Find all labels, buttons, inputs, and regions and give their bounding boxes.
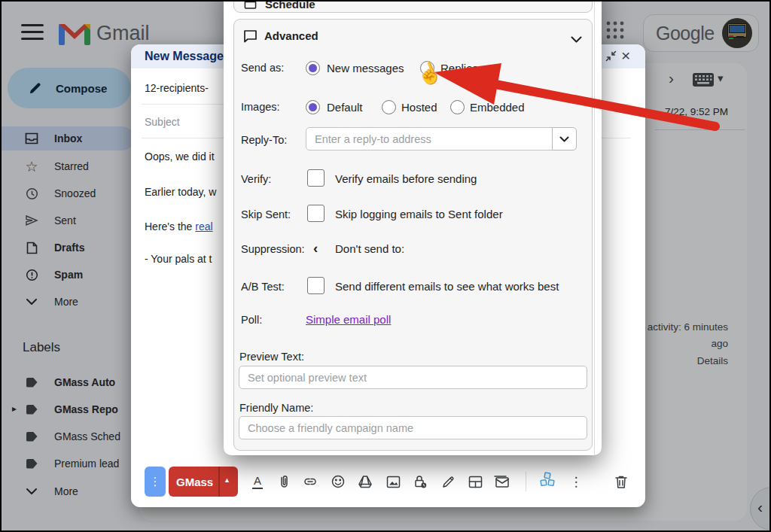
gmass-button-divider — [218, 467, 220, 497]
verify-text: Verify emails before sending — [335, 172, 477, 185]
send-as-label: Send as: — [241, 62, 284, 74]
images-hosted-radio[interactable] — [382, 100, 396, 114]
advanced-section-card: Advanced Send as: New messages Replies I… — [233, 19, 593, 451]
reply-to-input[interactable] — [306, 127, 553, 150]
formatting-options-icon[interactable]: A — [248, 472, 267, 491]
images-default-option-label[interactable]: Default — [327, 101, 363, 114]
friendly-name-input[interactable] — [239, 416, 587, 439]
body-line[interactable]: - Your pals at t — [145, 253, 212, 265]
layouts-icon[interactable] — [465, 472, 485, 491]
minimize-icon[interactable] — [605, 50, 617, 65]
close-icon[interactable]: × — [621, 47, 630, 65]
reply-to-label: Reply-To: — [241, 134, 287, 146]
gmass-send-button[interactable]: GMass ▲ — [169, 467, 238, 497]
send-as-replies-option-label[interactable]: Replies — [440, 62, 478, 74]
images-label: Images: — [241, 101, 280, 113]
advanced-title: Advanced — [264, 29, 318, 42]
drive-icon[interactable] — [355, 472, 375, 491]
images-default-radio[interactable] — [306, 100, 320, 114]
verify-label: Verify: — [241, 173, 271, 185]
images-embedded-option-label[interactable]: Embedded — [470, 101, 525, 114]
images-embedded-radio[interactable] — [450, 100, 465, 114]
compose-title: New Message — [145, 50, 224, 63]
subject-field[interactable]: Subject — [145, 116, 180, 128]
ab-test-label: A/B Test: — [241, 281, 285, 293]
reply-to-dropdown-button[interactable] — [552, 127, 577, 150]
advanced-collapse-chevron-icon[interactable] — [571, 32, 582, 46]
gmass-button-label: GMass — [176, 476, 213, 488]
attach-file-icon[interactable] — [274, 472, 294, 491]
toolbar-divider — [526, 472, 526, 491]
gmass-more-button[interactable]: ⋮ — [145, 467, 166, 497]
send-as-new-messages-option-label[interactable]: New messages — [327, 62, 404, 74]
schedule-title: Schedule — [265, 0, 315, 11]
friendly-name-label: Friendly Name: — [239, 402, 313, 414]
body-link[interactable]: real — [195, 220, 212, 233]
schedule-icon — [244, 0, 257, 13]
more-options-icon[interactable]: ⋮ — [566, 472, 586, 491]
extension-cubes-icon[interactable] — [538, 470, 557, 490]
images-hosted-option-label[interactable]: Hosted — [401, 101, 437, 114]
schedule-section-card[interactable]: Schedule — [233, 0, 593, 13]
vertical-dots-icon: ⋮ — [150, 475, 161, 488]
recipients-field[interactable]: 12-recipients- — [145, 82, 209, 94]
advanced-chat-icon — [243, 29, 258, 46]
insert-link-icon[interactable] — [300, 472, 320, 491]
suppression-text: Don't send to: — [335, 242, 404, 255]
preview-text-input[interactable] — [239, 366, 587, 389]
suppression-label: Suppression: — [241, 243, 305, 255]
gmass-dropdown-caret-icon[interactable]: ▲ — [224, 476, 230, 484]
body-text: Here's the — [145, 220, 195, 233]
skip-sent-checkbox[interactable] — [307, 205, 325, 222]
ab-test-text: Send different emails to see what works … — [335, 280, 559, 293]
ab-test-checkbox[interactable] — [307, 277, 325, 294]
format-letter: A — [254, 475, 261, 486]
screen: Gmail Google › — [0, 0, 771, 532]
body-line[interactable]: Here's the real — [145, 220, 213, 233]
multi-send-icon[interactable] — [492, 472, 511, 491]
preview-text-label: Preview Text: — [239, 351, 304, 363]
skip-sent-label: Skip Sent: — [241, 208, 291, 220]
suppression-expand-chevron-icon[interactable]: ‹ — [313, 240, 318, 257]
poll-label: Poll: — [241, 314, 262, 326]
vertical-dots: ⋮ — [570, 474, 583, 490]
body-line[interactable]: Earlier today, w — [145, 186, 216, 198]
body-line[interactable]: Oops, we did it — [145, 150, 215, 163]
signature-icon[interactable] — [438, 472, 458, 491]
confidential-mode-icon[interactable] — [410, 472, 430, 491]
skip-sent-text: Skip logging emails to Sent folder — [335, 208, 503, 220]
verify-checkbox[interactable] — [307, 169, 325, 187]
insert-emoji-icon[interactable] — [328, 472, 348, 491]
poll-link[interactable]: Simple email poll — [306, 313, 391, 326]
trash-icon[interactable] — [611, 472, 631, 491]
send-as-new-messages-radio[interactable] — [306, 61, 320, 75]
insert-photo-icon[interactable] — [383, 472, 403, 491]
dialog-scrollbar[interactable] — [594, 0, 595, 455]
